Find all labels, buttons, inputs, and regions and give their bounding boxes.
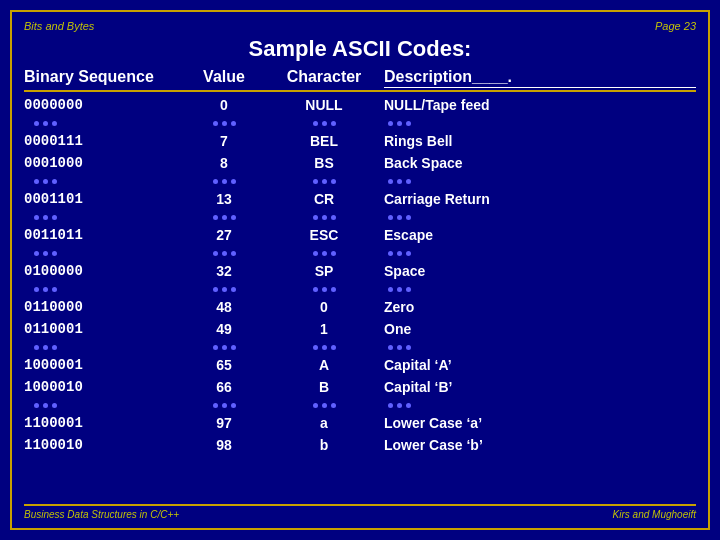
char-val: ESC (264, 227, 384, 244)
char-val: B (264, 379, 384, 396)
dots (264, 345, 384, 350)
table-row: 1100001 97 a Lower Case ‘a’ (24, 412, 696, 434)
dots (264, 251, 384, 256)
dots (384, 251, 696, 256)
binary-val: 0001000 (24, 155, 184, 172)
dots-row (24, 398, 696, 412)
desc-val: One (384, 321, 696, 338)
dots (24, 287, 184, 292)
dots (264, 403, 384, 408)
char-val: NULL (264, 97, 384, 114)
table-row: 0000000 0 NULL NULL/Tape feed (24, 94, 696, 116)
dots (24, 121, 184, 126)
dots (24, 179, 184, 184)
desc-val: Lower Case ‘b’ (384, 437, 696, 454)
desc-val: Carriage Return (384, 191, 696, 208)
dots-row (24, 116, 696, 130)
bottom-bar: Business Data Structures in C/C++ Kirs a… (24, 504, 696, 520)
dots-row (24, 340, 696, 354)
binary-val: 1000010 (24, 379, 184, 396)
table: Binary Sequence Value Character Descript… (24, 68, 696, 456)
table-row: 0001000 8 BS Back Space (24, 152, 696, 174)
char-val: A (264, 357, 384, 374)
page-number: Page 23 (655, 20, 696, 32)
desc-val: Rings Bell (384, 133, 696, 150)
value-val: 49 (184, 321, 264, 338)
desc-val: Escape (384, 227, 696, 244)
col-header-description: Description____. (384, 68, 696, 88)
desc-val: Capital ‘B’ (384, 379, 696, 396)
dots (384, 345, 696, 350)
table-row: 0011011 27 ESC Escape (24, 224, 696, 246)
col-header-binary: Binary Sequence (24, 68, 184, 88)
dots (384, 403, 696, 408)
dots (184, 345, 264, 350)
table-row: 0001101 13 CR Carriage Return (24, 188, 696, 210)
dots (384, 121, 696, 126)
dots (184, 215, 264, 220)
col-header-character: Character (264, 68, 384, 88)
binary-val: 0110001 (24, 321, 184, 338)
value-val: 66 (184, 379, 264, 396)
dots (384, 287, 696, 292)
dots (384, 179, 696, 184)
binary-val: 0001101 (24, 191, 184, 208)
dots (24, 215, 184, 220)
bottom-author: Kirs and Mughoeift (613, 509, 696, 520)
col-header-value: Value (184, 68, 264, 88)
dots-row (24, 174, 696, 188)
dots (184, 179, 264, 184)
desc-val: NULL/Tape feed (384, 97, 696, 114)
binary-val: 0110000 (24, 299, 184, 316)
char-val: SP (264, 263, 384, 280)
main-title: Sample ASCII Codes: (24, 36, 696, 62)
table-header: Binary Sequence Value Character Descript… (24, 68, 696, 92)
table-row: 0110000 48 0 Zero (24, 296, 696, 318)
dots (264, 179, 384, 184)
binary-val: 0011011 (24, 227, 184, 244)
value-val: 0 (184, 97, 264, 114)
value-val: 98 (184, 437, 264, 454)
dots-row (24, 246, 696, 260)
char-val: b (264, 437, 384, 454)
binary-val: 0000111 (24, 133, 184, 150)
table-row: 0100000 32 SP Space (24, 260, 696, 282)
dots (184, 403, 264, 408)
char-val: BEL (264, 133, 384, 150)
dots (384, 215, 696, 220)
desc-val: Capital ‘A’ (384, 357, 696, 374)
dots (264, 287, 384, 292)
binary-val: 0000000 (24, 97, 184, 114)
binary-val: 1000001 (24, 357, 184, 374)
dots (184, 287, 264, 292)
table-row: 1000010 66 B Capital ‘B’ (24, 376, 696, 398)
dots (24, 345, 184, 350)
value-val: 27 (184, 227, 264, 244)
dots (264, 121, 384, 126)
char-val: BS (264, 155, 384, 172)
char-val: a (264, 415, 384, 432)
binary-val: 1100010 (24, 437, 184, 454)
desc-val: Zero (384, 299, 696, 316)
char-val: CR (264, 191, 384, 208)
value-val: 32 (184, 263, 264, 280)
desc-val: Back Space (384, 155, 696, 172)
char-val: 1 (264, 321, 384, 338)
dots (24, 251, 184, 256)
desc-val: Lower Case ‘a’ (384, 415, 696, 432)
table-row: 1100010 98 b Lower Case ‘b’ (24, 434, 696, 456)
value-val: 97 (184, 415, 264, 432)
dots (184, 121, 264, 126)
dots-row (24, 210, 696, 224)
binary-val: 1100001 (24, 415, 184, 432)
bottom-source: Business Data Structures in C/C++ (24, 509, 179, 520)
desc-val: Space (384, 263, 696, 280)
table-row: 0000111 7 BEL Rings Bell (24, 130, 696, 152)
table-row: 1000001 65 A Capital ‘A’ (24, 354, 696, 376)
value-val: 8 (184, 155, 264, 172)
binary-val: 0100000 (24, 263, 184, 280)
value-val: 13 (184, 191, 264, 208)
dots (184, 251, 264, 256)
dots (264, 215, 384, 220)
value-val: 7 (184, 133, 264, 150)
